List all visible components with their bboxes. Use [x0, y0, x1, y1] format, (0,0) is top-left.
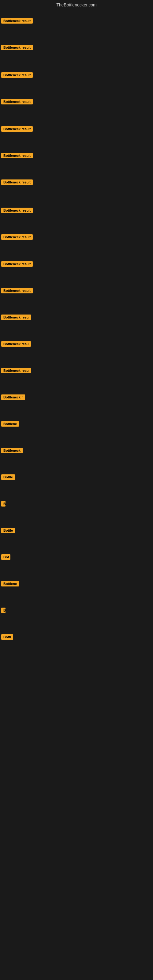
bottleneck-badge-2: Bottleneck result: [1, 45, 33, 50]
bottleneck-row-20: Bottle: [1, 528, 15, 535]
bottleneck-row-2: Bottleneck result: [1, 45, 33, 51]
bottleneck-badge-24: Bottl: [1, 634, 13, 640]
bottleneck-row-1: Bottleneck result: [1, 18, 33, 25]
bottleneck-row-6: Bottleneck result: [1, 153, 33, 159]
bottleneck-row-12: Bottleneck resu: [1, 315, 31, 321]
bottleneck-badge-21: Bot: [1, 554, 10, 560]
bottleneck-badge-10: Bottleneck result: [1, 261, 33, 267]
bottleneck-row-3: Bottleneck result: [1, 72, 33, 79]
bottleneck-row-11: Bottleneck result: [1, 288, 33, 294]
bottleneck-badge-9: Bottleneck result: [1, 234, 33, 240]
bottleneck-badge-20: Bottle: [1, 528, 15, 533]
site-title: TheBottlenecker.com: [0, 0, 153, 10]
bottleneck-badge-7: Bottleneck result: [1, 180, 33, 185]
bottleneck-badge-12: Bottleneck resu: [1, 315, 31, 320]
bottleneck-row-5: Bottleneck result: [1, 126, 33, 133]
bottleneck-badge-11: Bottleneck result: [1, 288, 33, 293]
bottleneck-badge-23: B: [1, 608, 5, 613]
bottleneck-row-10: Bottleneck result: [1, 261, 33, 268]
bottleneck-badge-4: Bottleneck result: [1, 99, 33, 105]
bottleneck-badge-8: Bottleneck result: [1, 208, 33, 213]
bottleneck-row-13: Bottleneck resu: [1, 341, 31, 348]
bottleneck-badge-15: Bottleneck r: [1, 395, 25, 400]
bottleneck-row-21: Bot: [1, 554, 10, 561]
bottleneck-row-8: Bottleneck result: [1, 208, 33, 215]
bottleneck-row-18: Bottle: [1, 474, 15, 481]
badges-container: Bottleneck resultBottleneck resultBottle…: [0, 10, 153, 978]
bottleneck-row-23: B: [1, 608, 5, 614]
bottleneck-row-14: Bottleneck resu: [1, 368, 31, 375]
bottleneck-badge-22: Bottlene: [1, 581, 19, 587]
bottleneck-row-15: Bottleneck r: [1, 395, 25, 401]
bottleneck-row-19: B: [1, 501, 5, 508]
bottleneck-row-22: Bottlene: [1, 581, 19, 588]
bottleneck-badge-18: Bottle: [1, 474, 15, 480]
bottleneck-row-9: Bottleneck result: [1, 234, 33, 241]
bottleneck-row-24: Bottl: [1, 634, 13, 641]
bottleneck-badge-17: Bottleneck: [1, 448, 22, 453]
bottleneck-badge-1: Bottleneck result: [1, 18, 33, 24]
bottleneck-badge-19: B: [1, 501, 5, 506]
bottleneck-badge-3: Bottleneck result: [1, 72, 33, 78]
bottleneck-badge-14: Bottleneck resu: [1, 368, 31, 373]
bottleneck-badge-13: Bottleneck resu: [1, 341, 31, 347]
bottleneck-row-4: Bottleneck result: [1, 99, 33, 106]
bottleneck-row-17: Bottleneck: [1, 448, 22, 455]
bottleneck-row-16: Bottlene: [1, 421, 19, 428]
bottleneck-badge-5: Bottleneck result: [1, 126, 33, 132]
bottleneck-badge-6: Bottleneck result: [1, 153, 33, 158]
bottleneck-row-7: Bottleneck result: [1, 180, 33, 186]
bottleneck-badge-16: Bottlene: [1, 421, 19, 426]
